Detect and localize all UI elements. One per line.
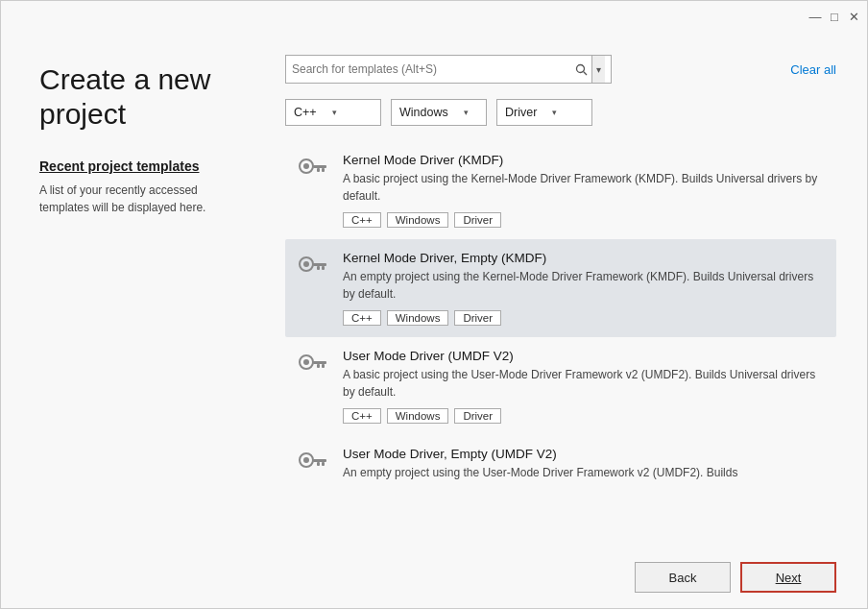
svg-point-0 [577, 64, 585, 72]
chevron-down-icon: ▾ [332, 108, 337, 117]
template-icon-umdf-v2-empty [295, 449, 329, 483]
tag-cpp: C++ [343, 408, 381, 424]
chevron-down-icon: ▾ [596, 64, 601, 75]
right-panel: ▾ Clear all C++ ▾ Windows ▾ Driver ▾ [270, 32, 867, 550]
svg-rect-20 [322, 462, 325, 466]
next-button[interactable]: Next [740, 562, 836, 593]
tag-windows: Windows [387, 212, 449, 228]
maximize-button[interactable]: □ [829, 11, 840, 22]
template-item-kmdf[interactable]: Kernel Mode Driver (KMDF) A basic projec… [285, 141, 836, 239]
svg-point-18 [303, 457, 309, 463]
filter-cpp[interactable]: C++ ▾ [285, 99, 381, 126]
back-button[interactable]: Back [635, 562, 731, 593]
minimize-button[interactable]: — [809, 11, 821, 22]
main-window: — □ ✕ Create a new project Recent projec… [0, 0, 868, 609]
svg-rect-21 [317, 462, 320, 466]
template-tags-kmdf: C++ Windows Driver [343, 212, 827, 228]
page-title: Create a new project [39, 62, 239, 132]
svg-rect-11 [317, 266, 320, 270]
template-desc-umdf-v2-empty: An empty project using the User-Mode Dri… [343, 464, 827, 481]
left-panel: Create a new project Recent project temp… [1, 32, 270, 550]
svg-point-3 [303, 163, 309, 169]
svg-rect-10 [322, 266, 325, 270]
svg-rect-16 [317, 364, 320, 368]
template-item-kmdf-empty[interactable]: Kernel Mode Driver, Empty (KMDF) An empt… [285, 239, 836, 337]
search-icon [575, 63, 588, 76]
chevron-down-icon: ▾ [552, 108, 557, 117]
tag-driver: Driver [454, 212, 501, 228]
template-body-umdf-v2-empty: User Mode Driver, Empty (UMDF V2) An emp… [343, 447, 827, 489]
recent-templates-title: Recent project templates [39, 158, 239, 174]
tag-driver: Driver [454, 408, 501, 424]
template-item-umdf-v2[interactable]: User Mode Driver (UMDF V2) A basic proje… [285, 337, 836, 435]
template-body-kmdf: Kernel Mode Driver (KMDF) A basic projec… [343, 153, 827, 228]
svg-rect-19 [313, 459, 326, 462]
tag-cpp: C++ [343, 310, 381, 326]
filters-row: C++ ▾ Windows ▾ Driver ▾ [285, 99, 836, 126]
template-desc-umdf-v2: A basic project using the User-Mode Driv… [343, 366, 827, 401]
template-body-kmdf-empty: Kernel Mode Driver, Empty (KMDF) An empt… [343, 251, 827, 326]
template-icon-umdf-v2 [295, 351, 329, 385]
svg-point-8 [303, 261, 309, 267]
search-input[interactable] [292, 62, 571, 76]
search-dropdown-button[interactable]: ▾ [591, 56, 605, 83]
close-button[interactable]: ✕ [848, 11, 859, 22]
template-icon-kmdf-empty [295, 253, 329, 287]
search-button[interactable] [571, 63, 591, 76]
template-icon-kmdf [295, 155, 329, 189]
svg-point-13 [303, 359, 309, 365]
template-name-umdf-v2-empty: User Mode Driver, Empty (UMDF V2) [343, 447, 827, 461]
search-row: ▾ Clear all [285, 55, 836, 84]
svg-rect-14 [313, 361, 326, 364]
template-desc-kmdf-empty: An empty project using the Kernel-Mode D… [343, 268, 827, 303]
tag-cpp: C++ [343, 212, 381, 228]
recent-templates-desc: A list of your recently accessed templat… [39, 182, 239, 216]
filter-windows[interactable]: Windows ▾ [391, 99, 487, 126]
svg-rect-15 [322, 364, 325, 368]
svg-rect-6 [317, 168, 320, 172]
template-list: Kernel Mode Driver (KMDF) A basic projec… [285, 141, 836, 531]
template-tags-kmdf-empty: C++ Windows Driver [343, 310, 827, 326]
template-body-umdf-v2: User Mode Driver (UMDF V2) A basic proje… [343, 349, 827, 424]
search-container: ▾ [285, 55, 612, 84]
svg-rect-4 [313, 165, 326, 168]
template-name-umdf-v2: User Mode Driver (UMDF V2) [343, 349, 827, 363]
template-tags-umdf-v2: C++ Windows Driver [343, 408, 827, 424]
svg-rect-9 [313, 263, 326, 266]
content-area: Create a new project Recent project temp… [1, 32, 867, 550]
tag-windows: Windows [387, 310, 449, 326]
title-bar: — □ ✕ [1, 1, 867, 32]
svg-line-1 [584, 71, 587, 74]
tag-windows: Windows [387, 408, 449, 424]
template-item-umdf-v2-empty[interactable]: User Mode Driver, Empty (UMDF V2) An emp… [285, 435, 836, 493]
chevron-down-icon: ▾ [464, 108, 469, 117]
template-name-kmdf: Kernel Mode Driver (KMDF) [343, 153, 827, 167]
tag-driver: Driver [454, 310, 501, 326]
footer: Back Next [1, 550, 867, 608]
template-desc-kmdf: A basic project using the Kernel-Mode Dr… [343, 170, 827, 205]
clear-all-link[interactable]: Clear all [790, 62, 836, 77]
svg-rect-5 [322, 168, 325, 172]
filter-driver[interactable]: Driver ▾ [496, 99, 592, 126]
template-name-kmdf-empty: Kernel Mode Driver, Empty (KMDF) [343, 251, 827, 265]
